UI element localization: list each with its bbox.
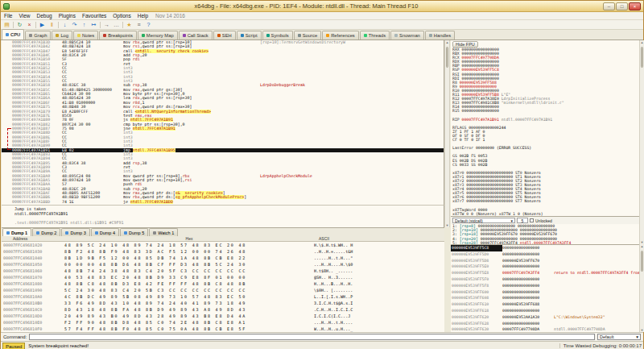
stack-row[interactable]: 000000E9539FF600 0000000000000000 [451,289,639,296]
dump-row[interactable]: 00007FFC49681080 48 8B C8 48 8B D3 E8 42… [2,280,444,287]
dump-row[interactable]: 00007FFC496810A0 4C 8B DC 49 89 5B 08 49… [2,293,444,300]
tab-dump-3[interactable]: Dump 3 [61,228,89,236]
tab-notes[interactable]: Notes [73,31,98,39]
tab-breakpoints[interactable]: Breakpoints [99,31,137,39]
separator[interactable] [12,21,14,29]
calling-convention-select[interactable]: Default (stdcall)▾ [452,218,515,223]
dump-row[interactable]: 00007FFC496810F0 57 F4 FF 48 8B F0 48 85… [2,326,444,332]
help-icon[interactable]: ? [144,21,153,29]
registers-panel: Hide FPU RAX 0000000000000000RBX 0000000… [451,40,639,216]
tab-cpu[interactable]: CPU [2,29,24,39]
stack-address: 000000E9539FF5E8 [451,270,502,276]
close-debuggee-icon[interactable]: × [25,21,34,29]
tab-snowman[interactable]: Snowman [390,31,424,39]
dump-row[interactable]: 00007FFC49681060 48 8B 74 24 38 48 83 C4… [2,268,444,274]
tab-dump-4[interactable]: Dump 4 [91,228,119,236]
dump-row[interactable]: 00007FFC49681070 40 53 48 83 EC 20 48 8B… [2,274,444,280]
menu-item[interactable]: Debug [33,13,55,19]
tab-script[interactable]: Script [237,31,262,39]
stack-address: 000000E9539FF5F8 [451,283,502,289]
registers-scrollbar[interactable] [639,40,644,244]
command-input[interactable] [29,334,595,340]
close-button[interactable]: × [629,2,641,10]
scrollbar-thumb[interactable] [641,251,643,272]
stack-row[interactable]: 000000E9539FF628 0000000000000000 [451,321,639,327]
tab-symbols[interactable]: Symbols [262,31,293,39]
tab-handles[interactable]: Handles [425,31,455,39]
menu-item[interactable]: Help [134,13,151,19]
tab-seh[interactable]: SEH [213,31,236,39]
dump-ascii: ......H..t.H..." [314,255,444,261]
tab-references[interactable]: References [322,31,359,39]
restart-icon[interactable]: ↻ [15,21,24,29]
tab-dump-5[interactable]: Dump 5 [120,228,148,236]
stack-comment [554,264,639,270]
goto-icon[interactable]: → [102,21,111,29]
dump-row[interactable]: 00007FFC496810C0 8D 43 18 48 8B FA 48 8B… [2,306,444,313]
tab-call-stack[interactable]: Call Stack [179,31,213,39]
stack-row[interactable]: 000000E9539FF5D0 0000000000000000 [451,251,639,258]
maximize-button[interactable]: □ [616,2,628,10]
dump-row[interactable]: 00007FFC496810B0 33 F6 49 8D 43 10 48 89… [2,300,444,306]
separator[interactable] [99,21,101,29]
pause-icon[interactable]: ‖ [47,21,56,29]
stack-row[interactable]: 000000E9539FF5F8 0000000000000000 [451,283,639,289]
run-icon[interactable]: ▶ [38,21,47,29]
step-into-icon[interactable]: ↓ [60,21,69,29]
stack-row[interactable]: 000000E9539FF610 000000E9539FF688 [451,301,639,308]
menu-item[interactable]: File [1,13,15,19]
stack-row[interactable]: 000000E9539FF5C8 0000000000000000 [451,245,639,251]
dump-row[interactable]: 00007FFC49681090 5C 24 30 48 83 C4 20 5B… [2,287,444,293]
hide-fpu-button[interactable]: Hide FPU [452,41,478,48]
command-type-select[interactable]: Default▾ [597,334,641,340]
step-out-icon[interactable]: ↑ [80,21,89,29]
minimize-button[interactable]: – [603,2,615,10]
menu-item[interactable]: View [15,13,33,19]
open-file-icon[interactable]: ▤ [2,21,11,29]
stack-scrollbar[interactable] [639,244,644,332]
scrollbar-thumb[interactable] [641,47,643,68]
stack-row[interactable]: 000000E9539FF618 0000000000000000 [451,308,639,314]
tab-memory-map[interactable]: Memory Map [138,31,178,39]
stack-row[interactable]: 000000E9539FF5E8 00007FFC497A3FF4 return… [451,270,639,276]
tab-log[interactable]: Log [52,31,72,39]
stack-row[interactable]: 000000E9539FF608 0000000000000000 [451,295,639,301]
unlocked-checkbox[interactable]: Unlocked [530,218,552,223]
stack-row[interactable]: 000000E9539FF630 00007FFC497708DA ntdll.… [451,326,639,332]
tab-dump-2[interactable]: Dump 2 [32,228,60,236]
dump-row[interactable]: 00007FFC496810D0 20 49 89 43 B0 49 8D 43… [2,313,444,319]
tab-dump-1[interactable]: Dump 1 [2,228,31,236]
dump-row[interactable]: 00007FFC49681030 8B F2 48 8B F9 48 83 3D… [2,248,444,255]
dump-row[interactable]: 00007FFC49681040 8B 1D 9B F5 12 00 48 85… [2,255,444,261]
settings-icon[interactable]: ≡ [134,21,143,29]
dump-row[interactable]: 00007FFC49681020 48 89 5C 24 10 48 89 74… [2,242,444,248]
stack-row[interactable]: 000000E9539FF620 000000E953AA1A30 L"C:\W… [451,314,639,321]
stack-row[interactable]: 000000E9539FF5E0 0000000000000000 [451,264,639,270]
tab-threads[interactable]: Threads [360,31,390,39]
menu-item[interactable]: Plugins [56,13,79,19]
scrollbar-thumb[interactable] [446,47,448,68]
tab-source[interactable]: Source [294,31,321,39]
dump-hex-bytes: 5C 24 30 48 83 C4 20 5B C3 CC CC CC CC C… [64,287,314,293]
stack-row[interactable]: 000000E9539FF5D8 000000E9539FF670 [451,258,639,264]
info-line: .text:00007FFC497A1B91 ntdll.dll:$1B91 #… [14,221,442,226]
separator[interactable] [122,21,124,29]
menu-item[interactable]: Options [109,13,134,19]
tab-graph[interactable]: Graph [25,31,51,39]
menu-item[interactable]: Favourites [79,13,109,19]
separator[interactable] [35,21,37,29]
disasm-comment [260,200,444,204]
step-over-icon[interactable]: ↷ [70,21,79,29]
separator[interactable] [57,21,60,29]
trace-icon[interactable]: … [112,21,121,29]
disassembly-scrollbar[interactable] [444,40,450,227]
tab-watch-1[interactable]: Watch 1 [149,228,178,236]
disasm-row[interactable]: 00007FFC497A1BBD 74 1E je ntdll.7FFC497A… [2,200,444,204]
execute-till-return-icon[interactable]: ↦ [89,21,98,29]
argument-count-spinner[interactable]: 5 [517,218,528,223]
stack-row[interactable]: 000000E9539FF5F0 0000000000000000 [451,276,639,283]
dump-row[interactable]: 00007FFC496810E0 F2 FF 90 48 8B D8 48 85… [2,319,444,326]
favourites-icon[interactable]: ★ [125,21,134,29]
dump-row[interactable]: 00007FFC49681050 00 00 00 48 8B D6 48 8B… [2,261,444,268]
dump-address: 00007FFC496810A0 [2,293,64,300]
